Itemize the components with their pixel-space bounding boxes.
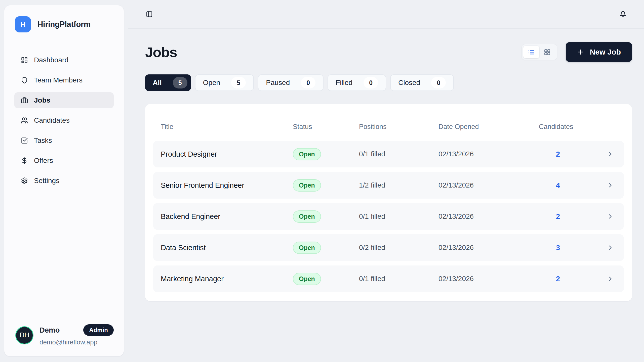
tab-closed[interactable]: Closed 0 [390,74,454,91]
table-row[interactable]: Marketing Manager Open 0/1 filled 02/13/… [153,265,624,292]
notifications-button[interactable] [617,9,628,20]
column-header-positions: Positions [359,123,438,131]
sidebar-item-offers[interactable]: Offers [14,153,114,169]
positions-filled: 0/1 filled [359,212,438,220]
column-header-date-opened: Date Opened [438,123,539,131]
filter-tabs: All 5 Open 5 Paused 0 Filled 0 Closed 0 [145,74,632,91]
view-toggle [521,44,557,60]
candidates-count[interactable]: 2 [539,275,577,283]
list-view-button[interactable] [523,46,539,58]
sidebar-toggle-button[interactable] [144,9,155,20]
sidebar-item-label: Offers [34,157,53,165]
job-title: Senior Frontend Engineer [161,181,293,190]
table-row[interactable]: Backend Engineer Open 0/1 filled 02/13/2… [153,203,624,230]
dollar-icon [21,157,28,164]
jobs-table-card: Title Status Positions Date Opened Candi… [145,104,632,301]
column-header-status: Status [293,123,359,131]
tab-paused[interactable]: Paused 0 [258,74,324,91]
table-header-row: Title Status Positions Date Opened Candi… [153,113,624,141]
brand: H HiringPlatform [14,16,114,32]
tab-count-badge: 0 [431,77,446,88]
main-area: Jobs [128,0,644,362]
status-badge: Open [293,273,321,285]
tab-count-badge: 5 [173,77,187,88]
panel-left-icon [146,11,153,18]
sidebar-item-label: Tasks [34,137,52,145]
table-row[interactable]: Data Scientist Open 0/2 filled 02/13/202… [153,234,624,261]
list-icon [528,49,535,56]
tab-label: Paused [266,79,290,87]
user-section[interactable]: DH Demo Admin demo@hireflow.app [14,324,114,346]
table-row[interactable]: Product Designer Open 0/1 filled 02/13/2… [153,141,624,167]
gear-icon [21,177,28,184]
candidates-count[interactable]: 2 [539,212,577,221]
sidebar-item-tasks[interactable]: Tasks [14,132,114,149]
date-opened: 02/13/2026 [438,212,539,220]
tab-label: Closed [398,79,420,87]
grid-icon [544,49,551,56]
candidates-count[interactable]: 4 [539,181,577,190]
chevron-right-icon[interactable] [577,275,614,282]
bell-icon [620,11,626,18]
sidebar: H HiringPlatform Dashboard Team Members … [4,5,124,356]
sidebar-item-candidates[interactable]: Candidates [14,112,114,128]
tab-open[interactable]: Open 5 [195,74,254,91]
chevron-right-icon[interactable] [577,244,614,251]
chevron-right-icon[interactable] [577,182,614,189]
job-title: Marketing Manager [161,275,293,283]
tab-all[interactable]: All 5 [145,74,191,91]
sidebar-item-label: Jobs [34,96,50,104]
plus-icon [577,48,584,56]
tab-count-badge: 5 [231,77,246,88]
sidebar-item-team-members[interactable]: Team Members [14,72,114,88]
page-header: Jobs [145,42,632,62]
shield-icon [21,77,28,84]
column-header-candidates: Candidates [539,123,577,131]
dashboard-icon [21,57,28,64]
positions-filled: 1/2 filled [359,181,438,189]
tab-label: All [153,79,162,87]
job-title: Backend Engineer [161,212,293,221]
content: Jobs [128,42,644,301]
candidates-count[interactable]: 3 [539,244,577,252]
table-row[interactable]: Senior Frontend Engineer Open 1/2 filled… [153,172,624,199]
column-header-title: Title [161,123,293,131]
candidates-count[interactable]: 2 [539,150,577,158]
job-title: Product Designer [161,150,293,158]
sidebar-item-dashboard[interactable]: Dashboard [14,52,114,68]
date-opened: 02/13/2026 [438,275,539,283]
page-title: Jobs [145,44,177,60]
sidebar-item-jobs[interactable]: Jobs [14,92,114,108]
date-opened: 02/13/2026 [438,181,539,189]
tab-label: Open [203,79,220,87]
status-badge: Open [293,210,321,223]
check-square-icon [21,137,28,144]
user-email: demo@hireflow.app [39,338,114,346]
briefcase-icon [21,97,28,104]
chevron-right-icon[interactable] [577,213,614,220]
user-name: Demo [39,326,60,334]
sidebar-item-settings[interactable]: Settings [14,173,114,189]
avatar: DH [15,326,33,344]
sidebar-nav: Dashboard Team Members Jobs Candidates T… [14,52,114,193]
tab-label: Filled [336,79,352,87]
date-opened: 02/13/2026 [438,244,539,252]
status-badge: Open [293,148,321,160]
job-title: Data Scientist [161,244,293,252]
sidebar-item-label: Team Members [34,76,83,84]
chevron-right-icon[interactable] [577,151,614,158]
status-badge: Open [293,179,321,192]
date-opened: 02/13/2026 [438,150,539,158]
brand-name: HiringPlatform [37,20,91,29]
grid-view-button[interactable] [539,46,555,58]
user-info: Demo Admin demo@hireflow.app [39,324,114,346]
brand-logo: H [15,16,31,32]
tab-filled[interactable]: Filled 0 [328,74,386,91]
new-job-label: New Job [590,48,621,56]
positions-filled: 0/1 filled [359,275,438,283]
positions-filled: 0/1 filled [359,150,438,158]
sidebar-item-label: Dashboard [34,56,68,64]
tab-count-badge: 0 [301,77,315,88]
positions-filled: 0/2 filled [359,244,438,252]
new-job-button[interactable]: New Job [566,42,632,62]
